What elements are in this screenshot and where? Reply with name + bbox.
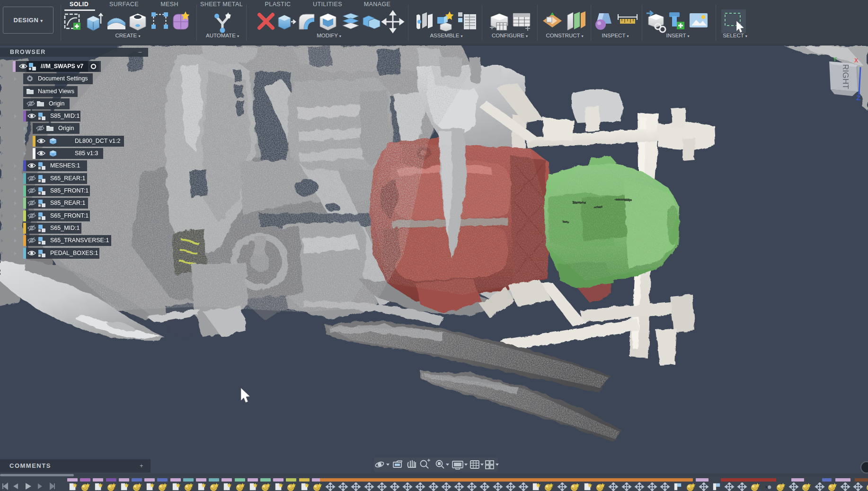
svg-text:Z: Z: [856, 94, 860, 102]
svg-text:RIGHT: RIGHT: [841, 64, 850, 89]
svg-text:X: X: [854, 57, 858, 64]
svg-text:Y: Y: [833, 56, 837, 63]
